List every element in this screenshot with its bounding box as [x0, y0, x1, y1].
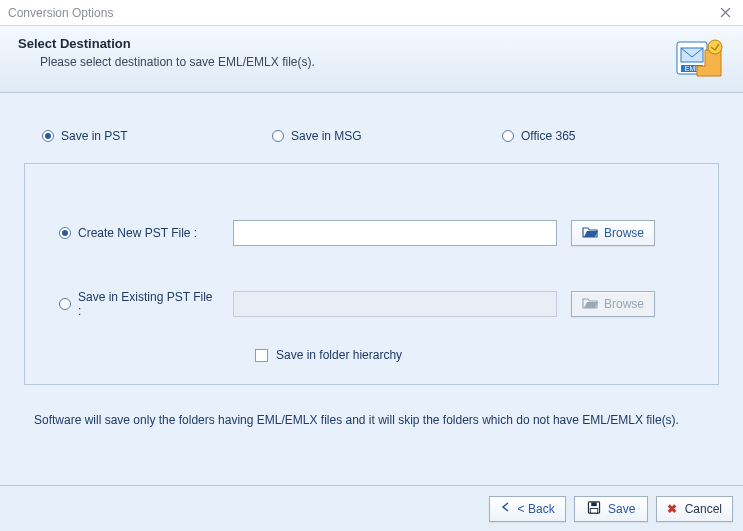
radio-dot-icon: [502, 130, 514, 142]
button-label: Save: [608, 502, 635, 516]
radio-dot-icon: [272, 130, 284, 142]
browse-existing-pst-button: Browse: [571, 291, 655, 317]
button-label: Cancel: [685, 502, 722, 516]
radio-dot-icon: [42, 130, 54, 142]
button-label: < Back: [518, 502, 555, 516]
radio-office-365[interactable]: Office 365: [502, 129, 712, 143]
radio-label: Save in PST: [61, 129, 128, 143]
existing-pst-path-input: [233, 291, 557, 317]
radio-save-in-msg[interactable]: Save in MSG: [272, 129, 482, 143]
browse-new-pst-button[interactable]: Browse: [571, 220, 655, 246]
back-button[interactable]: < Back: [489, 496, 566, 522]
radio-dot-icon: [59, 298, 71, 310]
radio-label: Save in MSG: [291, 129, 362, 143]
checkbox-label: Save in folder hierarchy: [276, 348, 402, 362]
folder-open-icon: [582, 296, 598, 312]
save-disk-icon: [586, 501, 602, 517]
save-button[interactable]: Save: [574, 496, 648, 522]
svg-rect-7: [590, 508, 597, 513]
radio-label: Create New PST File :: [78, 226, 197, 240]
page-title: Select Destination: [18, 36, 315, 51]
radio-label: Office 365: [521, 129, 575, 143]
info-note: Software will save only the folders havi…: [34, 413, 715, 427]
folder-open-icon: [582, 225, 598, 241]
pst-options-panel: Create New PST File : Browse Save in Exi…: [24, 163, 719, 385]
eml-file-icon: EML: [675, 36, 725, 80]
radio-dot-icon: [59, 227, 71, 239]
page-subtitle: Please select destination to save EML/EM…: [40, 55, 315, 69]
window-title: Conversion Options: [8, 6, 113, 20]
svg-point-4: [708, 40, 722, 54]
close-icon[interactable]: [715, 3, 735, 23]
radio-create-new-pst[interactable]: Create New PST File :: [59, 226, 219, 240]
svg-rect-6: [591, 502, 597, 506]
create-new-pst-path-input[interactable]: [233, 220, 557, 246]
checkbox-folder-hierarchy[interactable]: [255, 349, 268, 362]
button-label: Browse: [604, 226, 644, 240]
cancel-button[interactable]: ✖ Cancel: [656, 496, 733, 522]
button-label: Browse: [604, 297, 644, 311]
radio-label: Save in Existing PST File :: [78, 290, 219, 318]
radio-existing-pst[interactable]: Save in Existing PST File :: [59, 290, 219, 318]
arrow-left-icon: [500, 501, 512, 516]
cancel-x-icon: ✖: [667, 502, 677, 516]
radio-save-in-pst[interactable]: Save in PST: [42, 129, 252, 143]
